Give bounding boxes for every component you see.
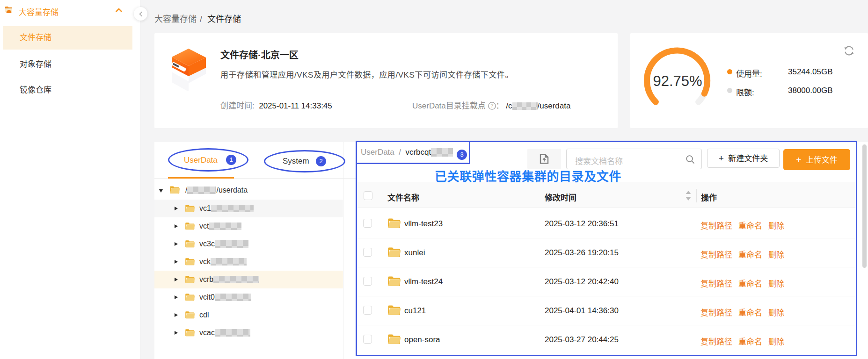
svg-text:?: ? [490, 103, 493, 108]
